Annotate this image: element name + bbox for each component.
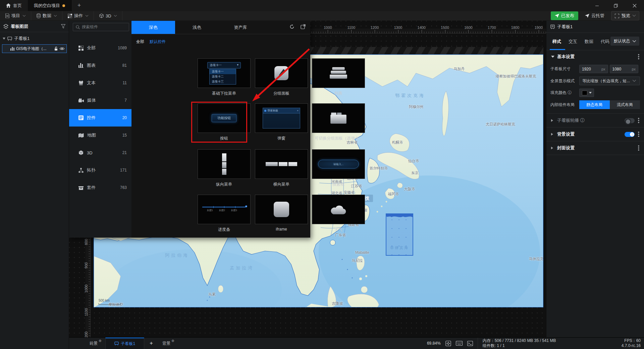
component-item[interactable]: 横向菜单 [255, 149, 308, 187]
component-item[interactable]: 分组面板 [255, 58, 308, 96]
category-item[interactable]: 套件 763 [69, 179, 131, 196]
category-label: 文本 [87, 80, 96, 86]
filter-default-widgets[interactable]: 默认控件 [150, 39, 166, 45]
component-item[interactable]: 可切换分组面板（选项卡... [312, 103, 365, 141]
width-value[interactable] [582, 67, 599, 71]
preview-button[interactable]: 预览 [611, 11, 639, 20]
kebab-menu-icon[interactable] [638, 131, 639, 137]
tab-home[interactable]: 首页 [0, 0, 28, 11]
published-button[interactable]: 已发布 [551, 11, 578, 20]
foreground-button[interactable]: 前景 ⊕ [86, 338, 105, 349]
category-label: 控件 [87, 115, 96, 121]
window-minimize-button[interactable] [588, 0, 606, 11]
category-item[interactable]: 3D 21 [69, 144, 131, 161]
theme-tab[interactable]: 浅色 [175, 21, 219, 34]
menu-3d[interactable]: 3D [94, 11, 122, 20]
unlock-icon[interactable] [54, 47, 58, 51]
component-item[interactable]: iframe [255, 195, 308, 232]
refresh-icon[interactable] [289, 24, 294, 29]
keyboard-shortcuts-icon[interactable] [456, 341, 463, 346]
category-item[interactable]: 图表 81 [69, 57, 131, 74]
fit-screen-icon[interactable] [445, 341, 451, 346]
filter-all[interactable]: 全部 [136, 39, 144, 45]
window-close-button[interactable] [625, 0, 644, 11]
component-item[interactable]: 纵向菜单 [198, 149, 251, 187]
tab-data[interactable]: 数据 [585, 39, 593, 45]
export-image-icon[interactable] [301, 24, 306, 29]
map-inset-selection-box[interactable]: 菲律宾海 [386, 213, 413, 256]
width-input[interactable]: px [579, 65, 608, 73]
map-sea-label: 孟加拉湾 [230, 265, 254, 271]
display-mode-select[interactable]: 等比缩放（长边填充，短... [579, 77, 640, 85]
component-item[interactable]: 选项卡一▾选项卡一选项卡二选项卡三 基础下拉菜单 [198, 58, 251, 96]
color-chip [582, 91, 587, 95]
component-item[interactable]: 列表 [312, 58, 365, 96]
component-item[interactable]: 刻度1刻度2刻度3 进度条 [198, 195, 251, 233]
component-item[interactable]: 请输入... 搜索框 [312, 149, 365, 187]
category-item[interactable]: 全部 1089 [69, 39, 131, 57]
theme-tab[interactable]: 资产库 [219, 21, 262, 34]
layer-tree-root[interactable]: 子看板1 [0, 32, 69, 44]
layout-flow-option[interactable]: 流式布局 [610, 100, 640, 109]
ruler-tick-label: 1200 [84, 332, 88, 337]
cloud-hosting-button[interactable]: 云托管 [582, 11, 607, 20]
window-maximize-button[interactable] [606, 0, 625, 11]
section-basic-settings[interactable]: 基本设置 [546, 50, 644, 63]
filter-funnel-icon[interactable] [61, 24, 65, 29]
layers-panel-title: 看板图层 [11, 23, 28, 30]
grid-icon [68, 14, 72, 18]
menu-actions-label: 操作 [74, 13, 83, 19]
add-background-icon[interactable]: ⊕ [171, 339, 174, 343]
theme-tab[interactable]: 深色 [131, 21, 175, 34]
section-background[interactable]: 背景设置 [546, 128, 644, 141]
tab-code[interactable]: 代码 [601, 39, 609, 45]
tab-project[interactable]: 我的空白项目 [28, 0, 71, 11]
menu-data[interactable]: 数据 [31, 11, 62, 20]
component-item[interactable]: 天气 [312, 195, 365, 233]
fps-label: FPS： [624, 338, 636, 343]
tab-style[interactable]: 样式 [552, 39, 561, 45]
category-item[interactable]: 地图 15 [69, 127, 131, 144]
caret-down-icon[interactable] [3, 38, 5, 40]
height-input[interactable]: px [610, 65, 639, 73]
section-carousel[interactable]: 子看板轮播 ⓘ [546, 114, 644, 127]
component-label: 横向菜单 [255, 182, 308, 187]
component-search-input[interactable]: 搜索组件 [73, 23, 129, 31]
eye-icon[interactable] [60, 47, 64, 50]
category-item[interactable]: 拓扑 171 [69, 161, 131, 179]
kebab-menu-icon[interactable] [638, 54, 639, 60]
add-foreground-icon[interactable]: ⊕ [99, 339, 101, 343]
layout-static-option[interactable]: 静态布局 [579, 100, 610, 109]
add-subboard-button[interactable]: + [144, 338, 158, 349]
search-icon [76, 25, 80, 29]
console-icon[interactable] [467, 341, 473, 346]
background-button[interactable]: 背景 ⊕ [158, 338, 178, 349]
category-count: 20 [122, 115, 127, 120]
section-cover[interactable]: 封面设置 [546, 141, 644, 155]
fill-color-picker[interactable] [579, 89, 594, 97]
project-tab-label: 我的空白项目 [34, 3, 60, 9]
menu-project[interactable]: 项目 [0, 11, 31, 20]
zoom-level[interactable]: 69.84% [427, 341, 441, 346]
background-toggle[interactable] [625, 132, 635, 137]
kebab-menu-icon[interactable] [638, 117, 639, 123]
menu-actions[interactable]: 操作 [62, 11, 94, 20]
state-dropdown[interactable]: 默认状态 [610, 37, 639, 46]
memory-value: 506 / 7731 / 8240 MB 35 / 541 MB [495, 338, 556, 343]
component-thumbnail: 刻度1刻度2刻度3 [202, 207, 246, 212]
category-item[interactable]: 控件 20 [69, 109, 131, 127]
component-item[interactable]: 弹窗标题× 弹窗 [255, 103, 308, 141]
kebab-menu-icon[interactable] [638, 145, 639, 151]
subboard-tab[interactable]: 子看板1 [105, 338, 144, 349]
tab-interaction[interactable]: 交互 [569, 39, 577, 45]
layer-item-gis-map[interactable]: GIS电子地图（... [2, 44, 67, 53]
height-value[interactable] [612, 67, 630, 71]
category-item[interactable]: 媒体 7 [69, 92, 131, 109]
new-tab-button[interactable]: + [71, 0, 87, 11]
component-library-panel: 搜索组件 全部 1089 图表 81 [69, 21, 310, 238]
component-thumbnail [222, 153, 226, 175]
memory-label: 内存： [483, 338, 495, 343]
cube-icon [99, 13, 104, 18]
category-item[interactable]: 文本 11 [69, 74, 131, 92]
carousel-toggle[interactable] [625, 118, 635, 123]
